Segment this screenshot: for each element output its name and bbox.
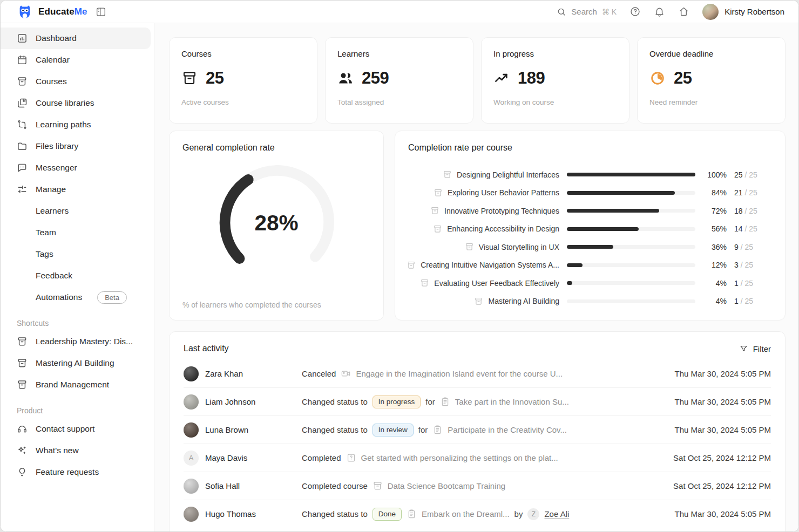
course-box-icon [433,224,442,234]
activity-row[interactable]: Liam JohnsonChanged status toIn progress… [184,388,771,416]
total-count: / 25 [743,188,757,197]
activity-user-cell: Hugo Thomas [184,507,302,522]
sidebar-subitem-tags[interactable]: Tags [1,243,154,265]
activity-row[interactable]: AMaya DavisCompletedGet started with per… [184,444,771,472]
user-name: Kirsty Robertson [724,7,784,16]
activity-item-link[interactable]: Embark on the Dreaml... [422,509,510,519]
sidebar-item-courses[interactable]: Courses [1,71,151,92]
sidebar-subitem-learners[interactable]: Learners [1,200,154,222]
completion-pct: 56% [703,224,727,233]
sidebar-item-label: Leadership Mastery: Dis... [36,337,133,346]
sidebar-item-course-libraries[interactable]: Course libraries [1,92,151,114]
completion-per-course-title: Completion rate per course [408,143,772,153]
sidebar-item-label: Dashboard [36,33,77,43]
completion-count: 3 / 25 [734,261,764,269]
sidebar-item-contact-support[interactable]: Contact support [1,418,151,440]
home-icon[interactable] [678,6,689,17]
course-completion-row[interactable]: Innovative Prototyping Techniques72%18 /… [408,202,772,220]
sidebar-item-label: Mastering AI Building [36,358,114,368]
sidebar-nav: DashboardCalendarCoursesCourse libraries… [1,23,154,531]
completion-bar [567,263,695,267]
sidebar-item-files-library[interactable]: Files library [1,135,151,157]
activity-item: Data Science Bootcamp Training [388,481,505,490]
activity-action: Changed status to [302,425,368,434]
course-box-icon [434,188,443,197]
completion-bar-fill [567,281,572,285]
sidebar-item-manage[interactable]: Manage [1,179,151,200]
clipboard-icon [432,425,443,435]
activity-user-cell: Liam Johnson [184,394,302,410]
filter-button[interactable]: Filter [739,344,771,353]
clipboard-icon [407,509,417,519]
lightbulb-icon [17,467,28,478]
course-completion-row[interactable]: Evaluating User Feedback Effectively4%1 … [408,274,772,292]
completed-count: 3 [734,261,739,269]
sidebar-subitem-label: Automations [36,292,82,302]
brand[interactable]: EducateMe [17,4,87,20]
stat-card-overdue-deadline[interactable]: Overdue deadline25Need reminder [637,37,786,124]
app-window: EducateMe Search ⌘ K Kirsty Robertson Da… [0,0,799,532]
video-icon [341,369,351,379]
sidebar-item-learning-paths[interactable]: Learning paths [1,114,151,135]
completed-count: 21 [734,188,743,197]
trend-up-icon [493,70,510,86]
bell-icon[interactable] [654,6,665,17]
sidebar-subitem-feedback[interactable]: Feedback [1,265,154,287]
activity-row[interactable]: Sofia HallCompleted courseData Science B… [184,472,771,500]
stat-card-in-progress[interactable]: In progress189Working on course [481,37,629,124]
completion-pct: 84% [703,188,727,197]
course-completion-row[interactable]: Designing Delightful Interfaces100%25 / … [408,166,772,184]
completion-bar [567,227,695,231]
sidebar-item-mastering-ai-building[interactable]: Mastering AI Building [1,352,151,374]
sidebar-item-messenger[interactable]: Messenger [1,157,151,179]
total-count: / 25 [743,224,757,233]
activity-date: Sat Oct 25, 2024 12:12 PM [647,481,771,490]
completion-count: 25 / 25 [734,170,764,179]
activity-date: Thu Mar 30, 2024 5:05 PM [647,397,771,406]
activity-item: Participate in the Creativity Cov... [448,425,567,434]
filter-label: Filter [753,344,771,353]
sidebar-item-calendar[interactable]: Calendar [1,49,151,71]
sidebar-item-label: Brand Management [36,380,109,390]
activity-rows: Zara KhanCanceledEngage in the Imaginati… [184,360,771,528]
sidebar-subitem-team[interactable]: Team [1,222,154,243]
sidebar-item-label: Course libraries [36,98,94,108]
sidebar-toggle-icon[interactable] [95,6,107,18]
sidebar-subitem-automations[interactable]: AutomationsBeta [1,287,154,308]
activity-item: Take part in the Innovation Su... [455,397,569,406]
course-box-icon [465,242,474,251]
sidebar-item-leadership-mastery-dis[interactable]: Leadership Mastery: Dis... [1,331,151,352]
sidebar-item-label: Learning paths [36,120,91,129]
course-completion-row[interactable]: Enhancing Accessibility in Design56%14 /… [408,220,772,238]
sidebar-item-brand-management[interactable]: Brand Management [1,374,151,395]
stat-value: 189 [518,69,545,88]
activity-row[interactable]: Luna BrownChanged status toIn reviewforP… [184,416,771,444]
activity-row[interactable]: Hugo ThomasChanged status toDoneEmbark o… [184,500,771,528]
user-menu[interactable]: Kirsty Robertson [702,4,784,20]
connector-text: for [425,397,435,406]
completion-count: 1 / 25 [734,279,764,288]
sidebar-item-feature-requests[interactable]: Feature requests [1,461,151,483]
total-count: / 25 [739,297,753,305]
by-text: by [514,509,523,519]
search-input[interactable]: Search ⌘ K [557,7,617,17]
course-name: Mastering AI Building [488,297,559,305]
course-completion-row[interactable]: Creating Intuitive Navigation Systems A.… [408,256,772,275]
stat-card-learners[interactable]: Learners259Total assigned [325,37,473,124]
activity-row[interactable]: Zara KhanCanceledEngage in the Imaginati… [184,360,771,388]
completion-donut-chart: 28% [182,160,370,285]
activity-date: Sat Oct 25, 2024 12:12 PM [647,453,771,462]
stat-card-courses[interactable]: Courses25Active courses [169,37,317,124]
activity-user-cell: Sofia Hall [184,479,302,494]
search-label: Search [571,7,597,16]
completed-count: 25 [734,170,743,179]
by-user-name[interactable]: Zoe Ali [544,509,569,519]
course-completion-row[interactable]: Visual Storytelling in UX36%9 / 25 [408,238,772,256]
help-icon[interactable] [629,6,641,17]
sidebar-item-dashboard[interactable]: Dashboard [1,28,151,49]
course-completion-row[interactable]: Exploring User Behavior Patterns84%21 / … [408,184,772,202]
course-completion-row[interactable]: Mastering AI Building4%1 / 25 [408,292,772,311]
total-count: / 25 [739,279,753,288]
sidebar-item-what-s-new[interactable]: What's new [1,440,151,461]
activity-user-name: Zara Khan [205,369,243,378]
